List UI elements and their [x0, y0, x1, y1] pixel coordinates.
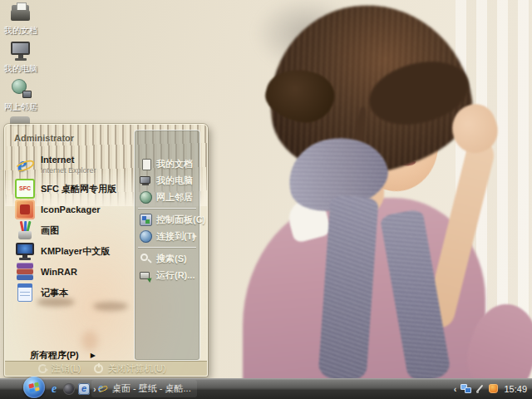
- start-button[interactable]: [23, 377, 45, 398]
- my-documents-icon: [10, 2, 32, 23]
- sfc-icon: SFC: [15, 179, 35, 199]
- menu-item-kmplayer[interactable]: KMPlayer中文版: [12, 240, 133, 261]
- menu-item-search[interactable]: 搜索(S): [135, 250, 200, 267]
- desktop-icon-label: 我的文档: [4, 25, 37, 37]
- start-menu-right-column: 我的文档 我的电脑 网上邻居 控制面板(C) 连接到(T) ▶: [134, 130, 200, 361]
- shutdown-label: 关闭计算机(U): [107, 362, 165, 375]
- start-menu-left-column: e Internet Internet Explorer SFC SFC 桌酷网…: [12, 152, 133, 303]
- start-menu-username: Administrator: [14, 133, 74, 143]
- security-alert-icon[interactable]: [489, 384, 498, 393]
- tray-overflow-chevron[interactable]: ‹: [454, 384, 457, 394]
- menu-item-label: 记事本: [41, 288, 68, 298]
- quick-launch: e ›: [48, 378, 96, 399]
- my-documents-icon: [140, 158, 152, 170]
- connect-to-icon: [140, 230, 152, 243]
- desktop-icon-my-documents[interactable]: 我的文档: [2, 2, 40, 37]
- menu-item-winrar[interactable]: WinRAR: [12, 261, 133, 282]
- desktop: 我的文档 我的电脑 网上邻居 Administrator e Internet …: [0, 0, 532, 378]
- menu-item-label: 画图: [41, 225, 59, 235]
- all-programs-button[interactable]: 所有程序(P) ▶: [30, 349, 96, 362]
- menu-item-run[interactable]: 运行(R)...: [135, 267, 200, 283]
- all-programs-label: 所有程序(P): [30, 349, 79, 362]
- network-places-icon: [140, 191, 152, 204]
- winrar-icon: [15, 262, 35, 282]
- internet-explorer-icon: e: [15, 155, 35, 175]
- network-status-icon[interactable]: [461, 384, 471, 393]
- menu-separator: [138, 247, 196, 248]
- menu-item-sublabel: Internet Explorer: [41, 166, 96, 175]
- search-icon: [140, 253, 152, 265]
- ime-input-icon[interactable]: [475, 384, 485, 393]
- submenu-arrow-icon: ▶: [193, 233, 197, 239]
- menu-item-label: Internet: [41, 155, 74, 165]
- menu-item-paint[interactable]: 画图: [12, 219, 133, 240]
- system-tray: ‹ 15:49: [454, 378, 527, 399]
- task-button-label: 桌面 - 壁纸 - 桌酷...: [112, 382, 191, 395]
- menu-item-label: 我的电脑: [156, 175, 193, 187]
- quicklaunch-ie-icon[interactable]: e: [48, 383, 60, 395]
- desktop-icon-my-computer[interactable]: 我的电脑: [2, 40, 40, 75]
- menu-item-label: 我的文档: [156, 158, 193, 170]
- iconpackager-icon: [15, 200, 35, 219]
- desktop-icon-label: 网上邻居: [4, 101, 37, 113]
- internet-explorer-icon: e: [97, 383, 108, 394]
- menu-item-notepad[interactable]: 记事本: [12, 282, 133, 303]
- network-places-icon: [10, 78, 32, 100]
- kmplayer-icon: [15, 241, 35, 261]
- menu-item-sfc[interactable]: SFC SFC 桌酷网专用版: [12, 178, 133, 199]
- desktop-icon-label: 我的电脑: [4, 63, 37, 75]
- menu-separator: [138, 208, 196, 209]
- desktop-icon-network-places[interactable]: 网上邻居: [2, 78, 40, 113]
- menu-item-label: WinRAR: [41, 267, 77, 277]
- notepad-icon: [15, 283, 35, 303]
- my-computer-icon: [10, 40, 32, 62]
- logoff-icon: [38, 364, 47, 373]
- menu-item-my-computer[interactable]: 我的电脑: [135, 172, 200, 189]
- arrow-right-icon: ▶: [91, 352, 96, 359]
- menu-item-internet[interactable]: e Internet Internet Explorer: [12, 152, 133, 178]
- menu-item-label: 运行(R)...: [156, 269, 195, 282]
- menu-item-iconpackager[interactable]: IconPackager: [12, 199, 133, 219]
- task-button-desktop-wallpaper[interactable]: e 桌面 - 壁纸 - 桌酷...: [91, 380, 197, 397]
- shutdown-button[interactable]: 关闭计算机(U): [94, 362, 165, 375]
- menu-item-label: 搜索(S): [156, 253, 187, 265]
- windows-logo-icon: [28, 382, 39, 393]
- menu-item-connect-to[interactable]: 连接到(T) ▶: [135, 228, 200, 244]
- menu-item-label: 网上邻居: [156, 191, 193, 204]
- menu-item-label: 连接到(T): [156, 230, 195, 243]
- my-computer-icon: [140, 175, 152, 187]
- menu-item-network-places[interactable]: 网上邻居: [135, 189, 200, 205]
- menu-item-control-panel[interactable]: 控制面板(C): [135, 211, 200, 228]
- start-menu: Administrator e Internet Internet Explor…: [4, 124, 208, 377]
- run-icon: [140, 269, 152, 282]
- menu-item-label: IconPackager: [41, 204, 101, 214]
- menu-item-label: 控制面板(C): [156, 214, 205, 226]
- taskbar: e › e 桌面 - 壁纸 - 桌酷... ‹ 15:49: [0, 378, 532, 399]
- menu-item-label: SFC 桌酷网专用版: [41, 184, 116, 194]
- logoff-label: 注销(L): [52, 362, 81, 375]
- paint-icon: [15, 220, 35, 240]
- menu-item-label: KMPlayer中文版: [41, 246, 110, 256]
- menu-item-my-documents[interactable]: 我的文档: [135, 155, 200, 172]
- control-panel-icon: [140, 214, 152, 226]
- logoff-button[interactable]: 注销(L): [38, 362, 81, 375]
- power-icon: [94, 364, 103, 373]
- start-menu-footer: 注销(L) 关闭计算机(U): [5, 361, 207, 376]
- quicklaunch-browser-icon[interactable]: [78, 383, 90, 395]
- quicklaunch-media-icon[interactable]: [63, 383, 75, 395]
- tray-clock[interactable]: 15:49: [504, 384, 527, 394]
